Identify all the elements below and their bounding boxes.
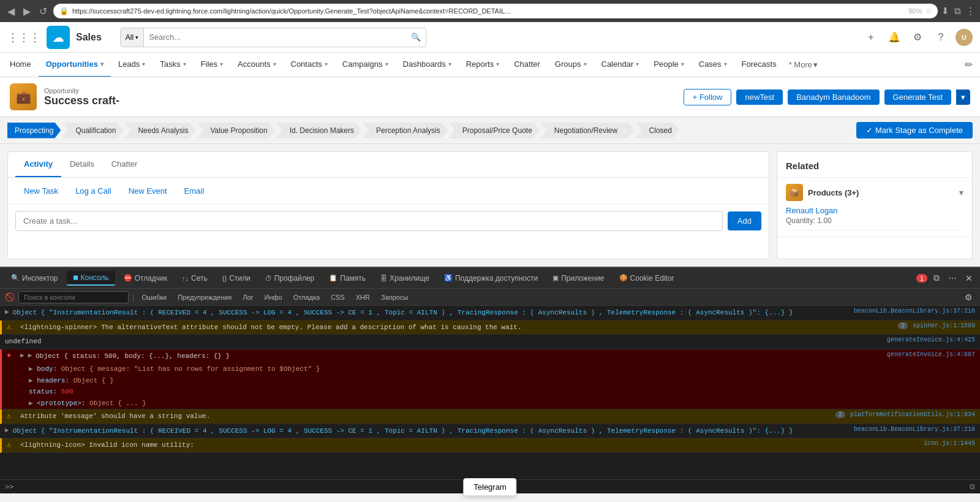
product-name[interactable]: Renault Logan [786,206,963,215]
nav-leads[interactable]: Leads ▾ [111,53,153,77]
settings-cog-icon[interactable]: ⚙ [962,291,975,303]
stage-closed[interactable]: Closed [636,123,679,139]
console-filter-input[interactable] [18,291,129,303]
nav-chatter[interactable]: Chatter [507,53,548,77]
filter-requests-btn[interactable]: Запросы [377,292,412,302]
settings-icon[interactable]: ⚙ [909,29,926,46]
nav-campaigns[interactable]: Campaigns ▾ [335,53,396,77]
console-location[interactable]: generateInvoice.js:4:667 [887,351,975,362]
expand-icon[interactable]: ▶ [20,351,24,362]
new-event-button[interactable]: New Event [120,183,176,199]
devtools-tab-debugger[interactable]: ⛔ Отладчик [118,272,173,285]
filter-debug-btn[interactable]: Отладка [290,292,323,302]
console-location[interactable]: beaconLib.BeaconLibrary.js:37:216 [854,308,975,314]
stage-negotiation[interactable]: Negotiation/Review ✕ [541,123,635,139]
products-section-header[interactable]: 📦 Products (3+) ▾ [786,184,963,201]
apps-grid-icon[interactable]: ⋮⋮⋮ [7,31,40,44]
nav-groups[interactable]: Groups ▾ [548,53,594,77]
nav-reports[interactable]: Reports ▾ [459,53,507,77]
email-button[interactable]: Email [176,183,213,199]
bookmark-icon[interactable]: ☆ [925,7,932,15]
devtools-tab-app[interactable]: ▣ Приложение [546,272,610,285]
nav-opportunities[interactable]: Opportunities ▾ [39,53,111,77]
generate-dropdown-button[interactable]: ▾ [956,89,970,105]
settings-icon[interactable]: ⋮ [966,6,975,17]
back-button[interactable]: ◀ [5,4,17,18]
stage-qualification[interactable]: Qualification [62,123,123,139]
log-call-button[interactable]: Log a Call [67,183,120,199]
generate-test-button[interactable]: Generate Test [884,89,951,105]
task-input[interactable] [15,211,723,231]
add-task-button[interactable]: Add [728,211,761,230]
nav-tasks[interactable]: Tasks ▾ [153,53,193,77]
console-location[interactable]: spinner.js:1:1589 [913,322,975,329]
devtools-tab-network[interactable]: ↑↓ Сеть [176,272,214,285]
filter-info-btn[interactable]: Инфо [261,292,286,302]
mark-stage-complete-button[interactable]: ✓ Mark Stage as Complete [856,122,973,139]
devtools-tab-memory[interactable]: 📋 Память [323,272,372,285]
copy-icon[interactable]: ⧉ [970,482,975,491]
refresh-button[interactable]: ↺ [37,4,50,18]
tab-activity[interactable]: Activity [15,152,61,177]
extensions-icon[interactable]: ⧉ [954,6,961,17]
console-location[interactable]: beaconLib.BeaconLibrary.js:37:216 [854,426,975,433]
nav-accounts[interactable]: Accounts ▾ [230,53,283,77]
nav-edit-icon[interactable]: ✏ [960,59,978,70]
stage-needs-analysis[interactable]: Needs Analysis [124,123,195,139]
telegram-popup[interactable]: Telegram [463,478,516,493]
stage-prospecting[interactable]: Prospecting [7,123,61,139]
console-location[interactable]: icon.js:1:1445 [924,440,975,447]
nav-cases[interactable]: Cases ▾ [692,53,734,77]
new-test-button[interactable]: newTest [736,89,783,105]
tab-details[interactable]: Details [61,152,103,177]
filter-xhr-btn[interactable]: XHR [352,292,374,302]
filter-warnings-btn[interactable]: Предупреждения [174,292,235,302]
filter-css-btn[interactable]: CSS [327,292,349,302]
help-icon[interactable]: ? [932,29,949,46]
download-icon[interactable]: ⬇ [941,6,949,17]
filter-errors-btn[interactable]: Ошибки [138,292,170,302]
follow-button[interactable]: + Follow [684,89,732,105]
stage-value-proposition[interactable]: Value Proposition [197,123,274,139]
forward-button[interactable]: ▶ [21,4,33,18]
search-input[interactable] [144,32,411,42]
add-icon[interactable]: + [862,29,880,46]
expand-icon[interactable]: ▶ [5,426,9,434]
devtools-tab-profiler[interactable]: ⏱ Профайлер [259,272,321,285]
banadym-button[interactable]: Banadym Banadoom [788,89,879,105]
devtools-close-icon[interactable]: ✕ [963,272,975,284]
nav-more[interactable]: * More ▾ [784,60,823,69]
console-location[interactable]: generateInvoice.js:4:425 [887,337,975,343]
new-task-button[interactable]: New Task [15,183,67,199]
nav-contacts[interactable]: Contacts ▾ [284,53,335,77]
stage-perception-analysis[interactable]: Perception Analysis [363,123,448,139]
nav-dashboards[interactable]: Dashboards ▾ [396,53,459,77]
nav-home[interactable]: Home [2,53,39,77]
devtools-dock-icon[interactable]: ⧉ [931,272,942,284]
avatar[interactable]: U [956,29,973,46]
devtools-tab-accessibility[interactable]: ♿ Поддержка доступности [438,272,544,285]
nav-files[interactable]: Files ▾ [194,53,230,77]
close-icon[interactable]: ✕ [622,127,627,134]
nav-forecasts[interactable]: Forecasts [734,53,784,77]
sf-logo[interactable]: ☁ [47,26,70,49]
console-location[interactable]: platformNotificationUtils.js:1:834 [850,411,975,418]
devtools-tab-inspector[interactable]: 🔍 Инспектор [5,272,64,285]
devtools-tab-styles[interactable]: {} Стили [216,272,257,285]
tab-chatter[interactable]: Chatter [103,152,146,177]
expand-icon[interactable]: ▶ [5,308,9,316]
clear-console-icon[interactable]: 🚫 [5,292,15,302]
devtools-tab-storage[interactable]: 🗄 Хранилище [374,272,435,285]
nav-people[interactable]: People ▾ [646,53,691,77]
filter-log-btn[interactable]: Лог [239,292,257,302]
nav-calendar[interactable]: Calendar ▾ [594,53,647,77]
stage-id-decision-makers[interactable]: Id. Decision Makers [276,123,361,139]
devtools-tab-cookie-editor[interactable]: 🍪 Cookie Editor [613,272,680,285]
record-name[interactable]: Success craft- [44,94,676,107]
search-scope-dropdown[interactable]: All ▾ [121,28,144,47]
devtools-more-icon[interactable]: ⋯ [946,272,959,284]
expand-icon[interactable]: ▶ [28,351,32,362]
expand-icon[interactable]: ▶ [29,365,33,373]
notifications-icon[interactable]: 🔔 [886,29,903,46]
stage-proposal[interactable]: Proposal/Price Quote [449,123,540,139]
